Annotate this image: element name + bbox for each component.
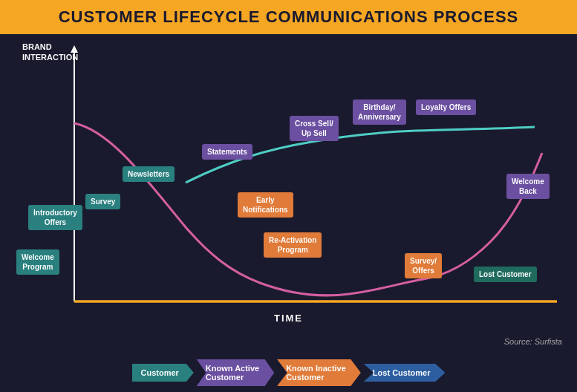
x-axis-label: TIME bbox=[274, 313, 303, 324]
statements-label: Statements bbox=[202, 144, 252, 160]
birthday-label: Birthday/Anniversary bbox=[353, 99, 406, 125]
legend-item-customer: Customer bbox=[132, 364, 194, 382]
source-label: Source: Surfista bbox=[504, 337, 562, 346]
legend-item-known-active: Known ActiveCustomer bbox=[197, 359, 274, 386]
legend-area: Customer Known ActiveCustomer Known Inac… bbox=[0, 353, 577, 386]
loyalty-offers-label: Loyalty Offers bbox=[416, 99, 476, 115]
welcome-back-label: WelcomeBack bbox=[506, 174, 550, 199]
early-notifications-label: EarlyNotifications bbox=[238, 192, 293, 218]
cross-sell-label: Cross Sell/Up Sell bbox=[290, 116, 339, 141]
legend-item-known-inactive: Known InactiveCustomer bbox=[277, 359, 361, 386]
page-title: CUSTOMER LIFECYCLE COMMUNICATIONS PROCES… bbox=[59, 7, 519, 26]
chart-area: BRANDINTERACTION WelcomeProgram Introduc… bbox=[0, 34, 577, 353]
title-bar: CUSTOMER LIFECYCLE COMMUNICATIONS PROCES… bbox=[0, 0, 577, 34]
reactivation-label: Re-ActivationProgram bbox=[264, 232, 322, 258]
introductory-offers-label: IntroductoryOffers bbox=[28, 205, 82, 230]
welcome-program-label: WelcomeProgram bbox=[16, 249, 59, 275]
legend-item-lost: Lost Customer bbox=[364, 364, 446, 382]
lost-customer-label: Lost Customer bbox=[474, 267, 537, 282]
survey-label: Survey bbox=[85, 194, 120, 209]
svg-marker-2 bbox=[71, 45, 78, 53]
newsletters-label: Newsletters bbox=[123, 166, 175, 182]
survey-offers-label: Survey/Offers bbox=[405, 253, 442, 278]
